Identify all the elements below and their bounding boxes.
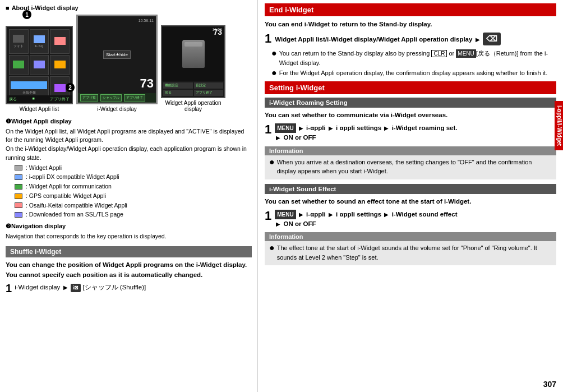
sound-step-number: 1 [265,210,271,222]
roaming-step-number: 1 [265,123,271,136]
end-section-title: End i-Widget [265,3,556,16]
sound-info-content: ● The effect tone at the start of i-Widg… [265,241,556,265]
end-body-text: You can end i-Widget to return to the St… [265,20,556,29]
shuffle-body: You can change the position of Widget Ap… [6,260,252,280]
sound-info-box: Information ● The effect tone at the sta… [265,232,556,265]
callout-2: 2 [66,83,75,92]
shuffle-step-content: i-Widget display ▶ i⊠ [シャッフル (Shuffle)] [15,283,252,293]
end-step-1: 1 Widget Appli list/i-Widget display/Wid… [265,33,556,45]
roaming-step-1: 1 MENU ▶ i-αppli ▶ i αppli settings ▶ i-… [265,123,556,143]
roaming-info-content: ● When you arrive at a destination overs… [265,155,556,179]
section-heading-text: About i-Widget display [12,4,79,11]
sound-subtitle: i-Widget Sound Effect [265,184,556,194]
desc1-title: ❶Widget Appli display [6,117,252,126]
end-step-1-text: Widget Appli list/i-Widget display/Widge… [275,33,501,45]
end-step-1-number: 1 [265,33,271,45]
sound-info-bullet: ● The effect tone at the start of i-Widg… [269,243,552,262]
iwidget-display-image: Start★hide 73 16:58:11 アプリ覧 シャッフル アプリ終了 [76,15,158,104]
iwidget-display-label: i-Widget display [97,106,137,112]
widget-operation-image: 73 16:58 機能設定 音設定 戻る アプリ終了 [161,25,225,98]
desc2-title: ❷Navigation display [6,222,252,231]
sound-step-text: MENU ▶ i-αppli ▶ i αppli settings ▶ i-Wi… [275,210,457,229]
setting-section-title: Setting i-Widget [265,81,556,94]
right-panel: End i-Widget You can end i-Widget to ret… [258,0,563,392]
shuffle-step-number: 1 [6,283,12,294]
shuffle-step: 1 i-Widget display ▶ i⊠ [シャッフル (Shuffle)… [6,283,252,294]
callout-1: 1 [22,10,31,19]
icon-list: : Widget Appli : i-αppli DX compatible W… [15,164,252,220]
sound-step-1: 1 MENU ▶ i-αppli ▶ i αppli settings ▶ i-… [265,210,556,229]
widget-operation-label: Widget Appli operationdisplay [165,100,221,112]
roaming-body: You can set whether to communicate via i… [265,110,556,120]
end-back-key: ⌫ [483,33,501,45]
roaming-menu-key: MENU [275,123,296,133]
desc2-body: Navigation that corresponds to the key o… [6,232,252,241]
roaming-info-title: Information [265,146,556,155]
sound-body: You can set whether to sound an effect t… [265,197,556,206]
widget-appli-list-label: Widget Appli list [20,106,59,112]
roaming-subtitle: i-Widget Roaming Setting [265,98,556,108]
shuffle-section: Shuffle i-Widget You can change the posi… [6,246,252,294]
icon-list-item: : i-αppli DX compatible Widget Appli [15,173,252,182]
icon-list-item: : Widget Appli [15,164,252,173]
roaming-info-box: Information ● When you arrive at a desti… [265,146,556,179]
icon-list-item: : Widget Appli for communication [15,182,252,191]
page-number: 307 [543,380,556,389]
shuffle-key: i⊠ [71,284,81,293]
section-heading: About i-Widget display [6,4,252,11]
icon-list-item: : GPS compatible Widget Appli [15,192,252,201]
left-panel: About i-Widget display 1 フォト F-SQ 天気予報 [0,0,258,392]
sidebar-tab: i-αppli/i-Widget [555,101,563,150]
roaming-info-bullet: ● When you arrive at a destination overs… [269,158,552,176]
sound-menu-key: MENU [275,210,296,219]
end-bullet-1: ● You can return to the Stand-by display… [271,49,556,67]
icon-list-item: : Downloaded from an SSL/TLS page [15,210,252,219]
icon-list-item: : Osaifu-Keitai compatible Widget Appli [15,201,252,210]
end-bullet-2: ● For the Widget Appli operation display… [271,68,556,78]
roaming-step-text: MENU ▶ i-αppli ▶ i αppli settings ▶ i-Wi… [275,123,457,143]
description-section: ❶Widget Appli display On the Widget Appl… [6,117,252,241]
end-bullets: ● You can return to the Stand-by display… [271,49,556,78]
desc1-body: On the Widget Appli list, all Widget App… [6,127,252,163]
sound-info-title: Information [265,232,556,241]
widget-images-container: 1 フォト F-SQ 天気予報 2 [6,15,252,112]
widget-appli-list-image: フォト F-SQ 天気予報 2 戻る■アプリ終了 [6,26,73,104]
shuffle-title: Shuffle i-Widget [6,246,252,257]
